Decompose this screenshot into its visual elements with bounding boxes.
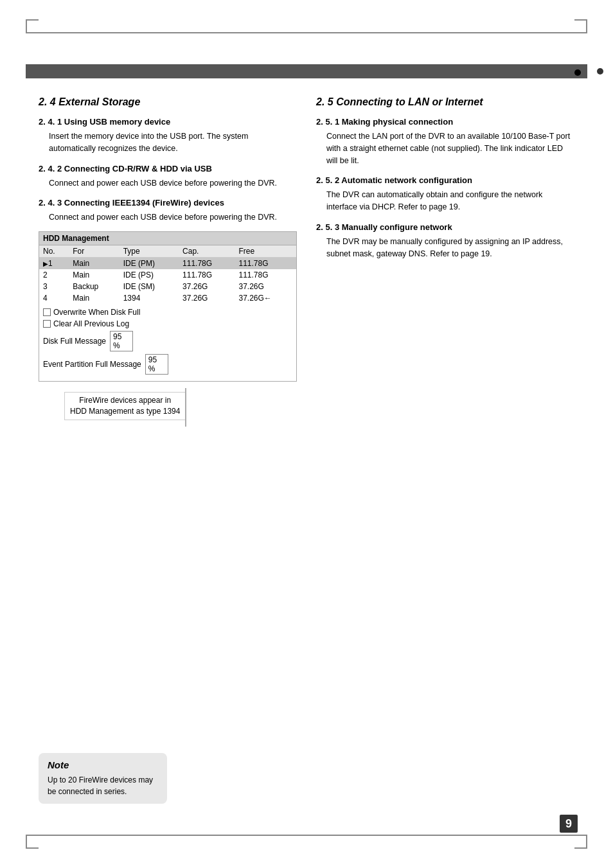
sub3-text: Connect and power each USB device before… [49,211,297,224]
bullet-dot [574,69,581,76]
cell-type: IDE (PM) [120,258,179,270]
sub1-title: 2. 4. 1 Using USB memory device [39,117,297,127]
sub1-text: Insert the memory device into the USB po… [49,130,297,155]
left-section-title: 2. 4 External Storage [39,96,297,108]
table-row[interactable]: 4 Main 1394 37.26G 37.26G← [39,292,296,304]
cell-free: 37.26G [235,281,297,292]
right-sub2-text: The DVR can automatically obtain and con… [326,189,574,213]
option-overwrite: Overwrite When Disk Full [43,308,292,317]
cell-cap: 37.26G [179,281,235,292]
checkbox-clear-log[interactable] [43,320,51,328]
table-row[interactable]: ▶1 Main IDE (PM) 111.78G 111.78G [39,258,296,270]
sub2-title: 2. 4. 2 Connecting CD-R/RW & HDD via USB [39,164,297,173]
col-no: No. [39,245,69,258]
page-number: 9 [560,815,578,833]
corner-decoration-tl [26,19,39,32]
note-text: Up to 20 FireWire devices may be connect… [48,774,158,797]
right-column: 2. 5 Connecting to LAN or Internet 2. 5.… [316,84,574,817]
left-column: 2. 4 External Storage 2. 4. 1 Using USB … [39,84,297,817]
cell-for: Main [69,258,119,270]
disk-full-value[interactable]: 95 % [110,331,133,351]
corner-decoration-br [574,836,587,849]
sub3-title: 2. 4. 3 Connecting IEEE1394 (FireWire) d… [39,198,297,208]
table-row[interactable]: 2 Main IDE (PS) 111.78G 111.78G [39,269,296,281]
cell-arrow-no: 2 [39,269,69,281]
main-content: 2. 4 External Storage 2. 4. 1 Using USB … [39,84,574,817]
checkbox-overwrite[interactable] [43,308,51,316]
option-overwrite-label: Overwrite When Disk Full [53,308,140,317]
hdd-table-header-row: No. For Type Cap. Free [39,245,296,258]
cell-arrow-no: ▶1 [39,258,69,270]
cell-cap: 111.78G [179,269,235,281]
right-sub3-title: 2. 5. 3 Manually configure network [316,222,574,232]
hdd-management-box: HDD Management No. For Type Cap. Free ▶1… [39,231,297,382]
right-sub3-text: The DVR may be manually configured by as… [326,236,574,260]
disk-full-label: Disk Full Message [43,337,106,346]
cell-type: 1394 [120,292,179,304]
cell-type: IDE (SM) [120,281,179,292]
hdd-table-body: ▶1 Main IDE (PM) 111.78G 111.78G 2 Main … [39,258,296,305]
col-type: Type [120,245,179,258]
col-cap: Cap. [179,245,235,258]
nav-bar [26,64,587,78]
cell-free: 111.78G [235,258,297,270]
page-border-bottom [26,835,587,836]
note-title: Note [48,759,158,770]
right-section-title: 2. 5 Connecting to LAN or Internet [316,96,574,108]
cell-free: 37.26G← [235,292,297,304]
cell-cap: 37.26G [179,292,235,304]
cell-free: 111.78G [235,269,297,281]
event-label: Event Partition Full Message [43,360,141,369]
cell-arrow-no: 4 [39,292,69,304]
right-sub1-title: 2. 5. 1 Making physical connection [316,117,574,127]
corner-decoration-tr [574,19,587,32]
cell-cap: 111.78G [179,258,235,270]
hdd-table: No. For Type Cap. Free ▶1 Main IDE (PM) … [39,245,296,304]
callout-line1: FireWire devices appear in [70,395,180,406]
corner-decoration-bl [26,836,39,849]
col-for: For [69,245,119,258]
hdd-options: Overwrite When Disk Full Clear All Previ… [39,304,296,381]
option-clear-log: Clear All Previous Log [43,319,292,328]
nav-dot [597,68,603,75]
sub2-text: Connect and power each USB device before… [49,177,297,190]
hdd-table-header: HDD Management [39,232,296,245]
callout-box: FireWire devices appear in HDD Managemen… [64,392,185,420]
right-sub2-title: 2. 5. 2 Automatic network configuration [316,175,574,185]
note-box: Note Up to 20 FireWire devices may be co… [39,753,167,804]
event-value[interactable]: 95 % [145,354,168,375]
option-clear-label: Clear All Previous Log [53,319,129,328]
cell-for: Main [69,292,119,304]
callout-line2: HDD Management as type 1394 [70,406,180,417]
table-row[interactable]: 3 Backup IDE (SM) 37.26G 37.26G [39,281,296,292]
right-sub1-text: Connect the LAN port of the DVR to an av… [326,130,574,166]
cell-arrow-no: 3 [39,281,69,292]
event-partition-row: Event Partition Full Message 95 % [43,354,292,375]
page-border-top [26,32,587,33]
cell-for: Backup [69,281,119,292]
disk-full-row: Disk Full Message 95 % [43,331,292,351]
col-free: Free [235,245,297,258]
cell-for: Main [69,269,119,281]
cell-type: IDE (PS) [120,269,179,281]
